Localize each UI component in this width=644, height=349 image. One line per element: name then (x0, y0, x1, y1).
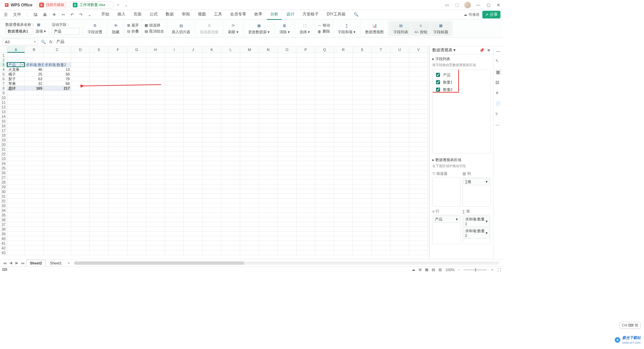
cell[interactable] (278, 128, 297, 133)
cell[interactable] (184, 208, 203, 213)
cell[interactable] (278, 95, 297, 100)
cell[interactable] (203, 100, 221, 105)
cell[interactable] (7, 199, 25, 203)
cell[interactable] (315, 100, 334, 105)
cell[interactable] (90, 128, 109, 133)
cell[interactable] (90, 180, 109, 185)
cell[interactable] (71, 142, 90, 147)
cell[interactable] (297, 185, 315, 189)
cell[interactable] (184, 53, 203, 58)
cell[interactable] (297, 213, 315, 217)
cell[interactable] (25, 152, 44, 156)
cell[interactable] (7, 246, 25, 250)
last-sheet-icon[interactable]: ⏭ (20, 261, 25, 265)
move-button[interactable]: ↔ 移动 (318, 23, 330, 28)
cell[interactable] (221, 250, 240, 255)
cell[interactable] (25, 222, 44, 227)
cell[interactable] (203, 58, 221, 62)
cell[interactable] (127, 133, 146, 138)
cell[interactable] (90, 170, 109, 175)
cell[interactable] (259, 241, 278, 246)
cell[interactable] (409, 199, 428, 203)
cell[interactable] (146, 156, 165, 161)
cell[interactable] (184, 185, 203, 189)
cell[interactable] (25, 185, 44, 189)
cell[interactable] (409, 227, 428, 232)
cell[interactable] (334, 213, 353, 217)
row-header[interactable]: 24 (0, 161, 7, 166)
field-header-button[interactable]: ▦字段标题 (431, 21, 450, 35)
cell[interactable] (71, 166, 90, 170)
collapse-button[interactable]: ⊟ 折叠 (127, 29, 139, 34)
cell[interactable] (390, 123, 409, 128)
cell[interactable] (184, 62, 203, 67)
cell[interactable] (334, 241, 353, 246)
cell[interactable] (278, 199, 297, 203)
cell[interactable] (127, 72, 146, 77)
tab-start[interactable]: 开始 (98, 9, 113, 20)
cell[interactable] (240, 213, 259, 217)
cell[interactable] (90, 241, 109, 246)
cell[interactable] (90, 147, 109, 152)
cell[interactable] (127, 81, 146, 86)
cell[interactable] (240, 62, 259, 67)
cell[interactable] (184, 156, 203, 161)
cell[interactable] (221, 128, 240, 133)
cell[interactable] (315, 147, 334, 152)
row-header[interactable]: 4 (0, 67, 7, 72)
row-header[interactable]: 35 (0, 213, 7, 217)
link-icon[interactable]: ✕ (495, 91, 501, 97)
cell[interactable] (409, 170, 428, 175)
cell[interactable] (259, 189, 278, 194)
select-button[interactable]: ⬚选择 ▾ (298, 21, 312, 35)
cell[interactable] (71, 241, 90, 246)
cell[interactable] (221, 72, 240, 77)
sheet-tab[interactable]: Sheet1 (46, 260, 65, 266)
cell[interactable] (203, 217, 221, 222)
cell[interactable] (353, 77, 372, 81)
cell[interactable] (259, 67, 278, 72)
cell[interactable] (259, 81, 278, 86)
cell[interactable] (127, 227, 146, 232)
cell[interactable] (221, 142, 240, 147)
cell[interactable] (221, 166, 240, 170)
cell[interactable] (90, 250, 109, 255)
cell[interactable] (7, 91, 25, 95)
cell[interactable] (297, 170, 315, 175)
cell[interactable] (278, 185, 297, 189)
cell[interactable] (259, 62, 278, 67)
cell[interactable] (7, 128, 25, 133)
cell[interactable] (165, 236, 184, 241)
cell[interactable] (409, 109, 428, 114)
cell[interactable] (184, 147, 203, 152)
cell[interactable] (240, 86, 259, 91)
cell[interactable] (146, 58, 165, 62)
cell[interactable] (221, 91, 240, 95)
cell[interactable] (146, 123, 165, 128)
cell[interactable] (71, 91, 90, 95)
cell[interactable] (240, 246, 259, 250)
cell[interactable] (334, 100, 353, 105)
cell[interactable] (7, 208, 25, 213)
cell[interactable] (353, 185, 372, 189)
cell[interactable] (71, 105, 90, 109)
row-header[interactable]: 23 (0, 156, 7, 161)
cell[interactable] (297, 133, 315, 138)
cell[interactable] (90, 194, 109, 199)
cell[interactable] (297, 250, 315, 255)
cell[interactable] (184, 67, 203, 72)
cell[interactable] (372, 227, 390, 232)
cell[interactable] (25, 166, 44, 170)
cell[interactable] (240, 170, 259, 175)
cell[interactable] (127, 95, 146, 100)
cell[interactable] (372, 156, 390, 161)
cell[interactable] (409, 105, 428, 109)
cell[interactable] (203, 180, 221, 185)
cell[interactable] (297, 222, 315, 227)
cell[interactable] (184, 241, 203, 246)
hide-button[interactable]: 👁隐藏 (110, 21, 121, 35)
row-header[interactable]: 6 (0, 77, 7, 81)
cell[interactable] (203, 62, 221, 67)
cell[interactable] (278, 222, 297, 227)
row-header[interactable]: 36 (0, 217, 7, 222)
